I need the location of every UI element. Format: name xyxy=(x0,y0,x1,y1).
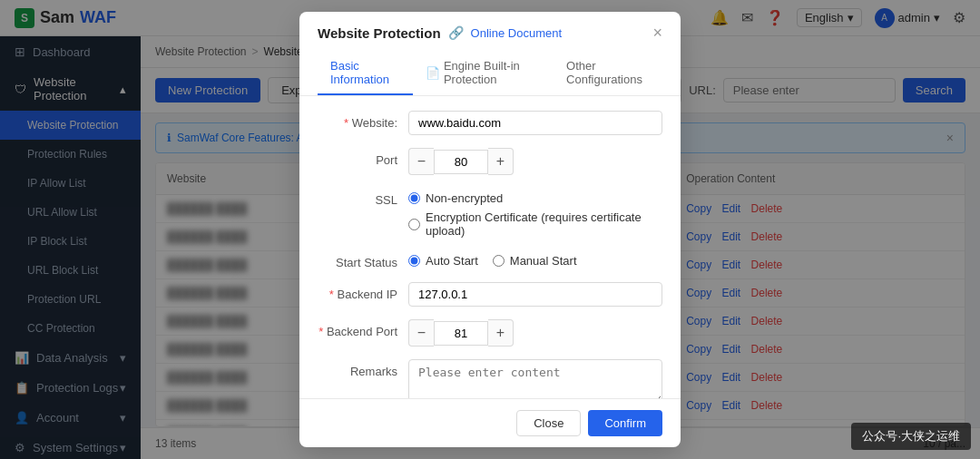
website-label: Website: xyxy=(318,111,408,130)
form-row-website: Website: xyxy=(318,111,662,135)
ssl-encrypted-option[interactable]: Encryption Certificate (requires certifi… xyxy=(408,210,662,238)
modal-close-footer-button[interactable]: Close xyxy=(516,410,581,436)
link-icon: 🔗 xyxy=(448,25,464,40)
watermark: 公众号·大侠之运维 xyxy=(851,423,971,450)
modal-tabs: Basic Information 📄 Engine Built-in Prot… xyxy=(299,52,681,96)
form-row-start-status: Start Status Auto Start Manual Start xyxy=(318,250,662,269)
ssl-non-encrypted-label: Non-encrypted xyxy=(426,191,503,205)
backend-port-label: Backend Port xyxy=(318,319,408,338)
port-label: Port xyxy=(318,148,408,167)
ssl-label: SSL xyxy=(318,188,408,207)
manual-start-label: Manual Start xyxy=(510,254,577,268)
modal-header: Website Protection 🔗 Online Document × xyxy=(299,12,681,41)
tab-label: Engine Built-in Protection xyxy=(444,59,541,86)
port-increment-button[interactable]: + xyxy=(488,148,514,175)
ssl-non-encrypted-radio[interactable] xyxy=(408,192,420,204)
manual-start-radio[interactable] xyxy=(493,255,505,267)
form-row-backend-port: Backend Port − + xyxy=(318,319,662,347)
ssl-radio-group: Non-encrypted Encryption Certificate (re… xyxy=(408,188,662,238)
backend-port-control: − + xyxy=(408,319,514,347)
backend-ip-label: Backend IP xyxy=(318,282,408,301)
port-control: − + xyxy=(408,148,514,175)
port-input[interactable] xyxy=(434,150,488,174)
modal-confirm-button[interactable]: Confirm xyxy=(588,410,662,436)
modal-body: Website: Port − + SSL Non-encrypted xyxy=(299,96,681,398)
tab-label: Other Configurations xyxy=(566,59,650,86)
backend-port-decrement-button[interactable]: − xyxy=(408,319,434,347)
ssl-encrypted-radio[interactable] xyxy=(408,219,420,230)
modal-website-protection: Website Protection 🔗 Online Document × B… xyxy=(299,12,681,447)
modal-overlay: Website Protection 🔗 Online Document × B… xyxy=(0,0,980,459)
auto-start-option[interactable]: Auto Start xyxy=(408,254,478,268)
tab-other-configurations[interactable]: Other Configurations xyxy=(554,52,662,95)
remarks-textarea[interactable] xyxy=(408,359,662,398)
website-input[interactable] xyxy=(408,111,662,135)
port-decrement-button[interactable]: − xyxy=(408,148,434,175)
online-doc-link[interactable]: Online Document xyxy=(471,26,562,40)
tab-engine-protection[interactable]: 📄 Engine Built-in Protection xyxy=(413,52,554,95)
document-icon: 📄 xyxy=(426,66,440,80)
tab-basic-information[interactable]: Basic Information xyxy=(318,52,413,95)
modal-footer: Close Confirm xyxy=(299,398,681,447)
remarks-label: Remarks xyxy=(318,359,408,378)
backend-port-input[interactable] xyxy=(434,321,488,346)
backend-ip-input[interactable] xyxy=(408,282,662,307)
modal-close-button[interactable]: × xyxy=(652,24,662,41)
start-status-label: Start Status xyxy=(318,250,408,269)
auto-start-label: Auto Start xyxy=(426,254,478,268)
auto-start-radio[interactable] xyxy=(408,255,420,267)
manual-start-option[interactable]: Manual Start xyxy=(493,254,577,268)
form-row-remarks: Remarks xyxy=(318,359,662,398)
form-row-backend-ip: Backend IP xyxy=(318,282,662,307)
ssl-encrypted-label: Encryption Certificate (requires certifi… xyxy=(426,210,662,238)
backend-port-increment-button[interactable]: + xyxy=(488,319,514,347)
start-status-radio-group: Auto Start Manual Start xyxy=(408,250,577,268)
modal-title: Website Protection 🔗 Online Document xyxy=(318,25,562,41)
ssl-non-encrypted-option[interactable]: Non-encrypted xyxy=(408,191,662,205)
form-row-ssl: SSL Non-encrypted Encryption Certificate… xyxy=(318,188,662,238)
form-row-port: Port − + xyxy=(318,148,662,175)
tab-label: Basic Information xyxy=(330,59,400,86)
